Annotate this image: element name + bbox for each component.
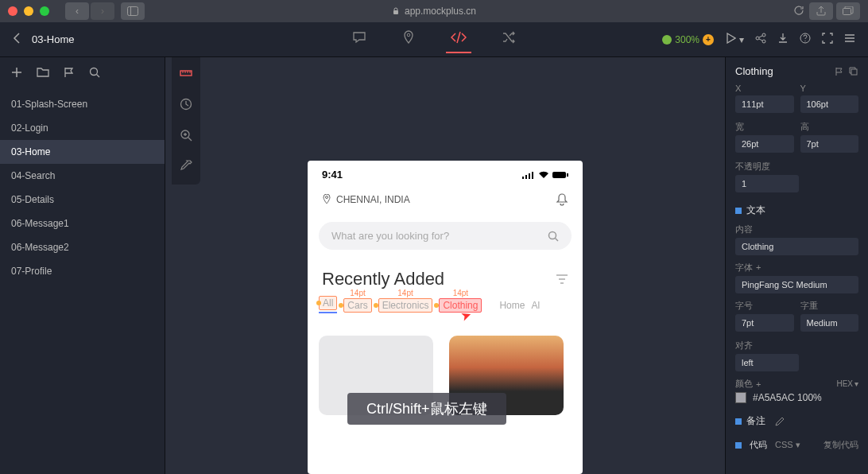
ruler-tool[interactable] xyxy=(176,64,196,85)
align-value[interactable]: left xyxy=(735,354,799,371)
location-text[interactable]: CHENNAI, INDIA xyxy=(322,194,410,205)
opacity-input[interactable] xyxy=(735,175,799,192)
panel-title-row: Clothing xyxy=(735,65,858,77)
search-input[interactable]: What are you looking for? xyxy=(319,222,572,250)
add-font-button[interactable]: + xyxy=(756,262,761,272)
flag-button[interactable] xyxy=(64,67,75,80)
back-button[interactable] xyxy=(13,33,21,46)
reload-button[interactable] xyxy=(793,5,804,18)
svg-rect-0 xyxy=(128,7,138,16)
edit-note-button[interactable] xyxy=(775,417,785,426)
sidebar-item-search[interactable]: 04-Search xyxy=(0,164,165,188)
share-window-button[interactable] xyxy=(809,2,833,20)
handle-icon xyxy=(316,301,321,305)
code-mode-button[interactable] xyxy=(446,25,471,53)
note-section-header: 备注 xyxy=(735,414,858,428)
y-input[interactable] xyxy=(800,95,859,113)
eyedropper-tool[interactable] xyxy=(176,157,196,178)
sidebar-item-splash[interactable]: 01-Splash-Screen xyxy=(0,92,165,116)
maximize-window[interactable] xyxy=(40,6,49,16)
font-row: 字体+ xyxy=(735,262,858,293)
bell-icon[interactable] xyxy=(556,193,568,206)
add-color-button[interactable]: + xyxy=(756,379,761,389)
pin-mode-button[interactable] xyxy=(397,25,420,53)
wifi-icon xyxy=(538,171,549,179)
download-button[interactable] xyxy=(777,33,789,46)
minimize-window[interactable] xyxy=(24,6,33,16)
x-input[interactable] xyxy=(735,95,794,113)
folder-button[interactable] xyxy=(37,67,49,80)
comment-mode-button[interactable] xyxy=(347,25,371,53)
svg-point-9 xyxy=(804,41,805,41)
url-bar[interactable]: app.mockplus.cn xyxy=(392,6,476,17)
lock-icon xyxy=(392,7,400,15)
flag-icon[interactable] xyxy=(835,67,844,76)
tabs-window-button[interactable] xyxy=(836,2,860,20)
sidebar-item-home[interactable]: 03-Home xyxy=(0,140,165,164)
nav-forward-button[interactable]: › xyxy=(91,2,114,20)
copy-code-button[interactable]: 复制代码 xyxy=(823,439,858,451)
menu-button[interactable] xyxy=(844,33,855,46)
font-input[interactable] xyxy=(735,276,858,293)
color-swatch[interactable] xyxy=(735,392,746,403)
copy-icon[interactable] xyxy=(849,67,858,76)
play-dropdown[interactable]: ▾ xyxy=(739,34,744,45)
status-bar: 9:41 xyxy=(308,161,583,184)
sidebar-item-login[interactable]: 02-Login xyxy=(0,116,165,140)
cat-all[interactable]: All xyxy=(319,297,337,313)
help-icon xyxy=(800,33,811,44)
canvas-area[interactable]: 9:41 CHENNAI, INDIA What are you looking… xyxy=(165,57,725,474)
opacity-label: 不透明度 xyxy=(735,161,858,173)
sidebar-item-details[interactable]: 05-Details xyxy=(0,188,165,212)
sidebar-tools xyxy=(0,57,165,89)
recent-header: Recently Added xyxy=(308,256,583,297)
color-format-dropdown[interactable]: HEX ▾ xyxy=(836,379,858,388)
sidebar-toggle-button[interactable] xyxy=(121,2,145,20)
cat-al[interactable]: Al xyxy=(531,300,540,311)
size-row: 宽 高 xyxy=(735,121,858,153)
search-pages-button[interactable] xyxy=(89,67,100,80)
cat-cars[interactable]: 14pt Cars xyxy=(343,300,371,311)
phone-artboard[interactable]: 9:41 CHENNAI, INDIA What are you looking… xyxy=(308,161,583,474)
tabs-icon xyxy=(843,6,854,16)
close-window[interactable] xyxy=(8,6,17,16)
location-icon xyxy=(401,30,416,45)
svg-point-18 xyxy=(549,231,556,239)
help-button[interactable] xyxy=(800,33,811,46)
flow-mode-button[interactable] xyxy=(497,25,521,53)
play-button[interactable] xyxy=(725,33,736,46)
folder-icon xyxy=(37,67,49,78)
content-input[interactable] xyxy=(735,238,858,255)
url-text: app.mockplus.cn xyxy=(405,6,476,17)
cat-home[interactable]: Home xyxy=(499,300,525,311)
cat-electronics[interactable]: 14pt Electronics xyxy=(378,300,433,311)
width-input[interactable] xyxy=(735,135,794,153)
panel-title-icons xyxy=(835,67,858,76)
code-type-dropdown[interactable]: CSS ▾ xyxy=(775,440,800,450)
shuffle-icon xyxy=(502,30,516,45)
zoom-indicator[interactable]: 300% + xyxy=(662,34,714,45)
color-value-row[interactable]: #A5A5AC 100% xyxy=(735,392,858,403)
svg-rect-12 xyxy=(525,175,527,179)
font-weight-input[interactable] xyxy=(800,314,859,332)
recent-title: Recently Added xyxy=(322,269,444,289)
position-row: X Y xyxy=(735,84,858,113)
zoom-dot-icon xyxy=(662,35,672,45)
font-size-input[interactable] xyxy=(735,314,794,332)
history-tool[interactable] xyxy=(176,95,196,116)
status-icons xyxy=(522,169,568,181)
nav-back-button[interactable]: ‹ xyxy=(65,2,89,20)
sidebar-item-message1[interactable]: 06-Message1 xyxy=(0,212,165,235)
width-label: 宽 xyxy=(735,121,794,133)
fullscreen-button[interactable] xyxy=(822,33,833,46)
sidebar-item-message2[interactable]: 06-Message2 xyxy=(0,235,165,259)
height-input[interactable] xyxy=(800,135,859,153)
ruler-icon xyxy=(180,67,192,80)
sidebar-item-profile[interactable]: 07-Profile xyxy=(0,259,165,283)
share-button[interactable] xyxy=(755,33,766,46)
cat-clothing[interactable]: 14pt Clothing ➤ xyxy=(439,300,482,311)
add-page-button[interactable] xyxy=(11,67,22,80)
zoom-tool[interactable] xyxy=(176,126,196,147)
window-titlebar: ‹ › app.mockplus.cn xyxy=(0,0,868,22)
filter-icon[interactable] xyxy=(556,274,568,284)
